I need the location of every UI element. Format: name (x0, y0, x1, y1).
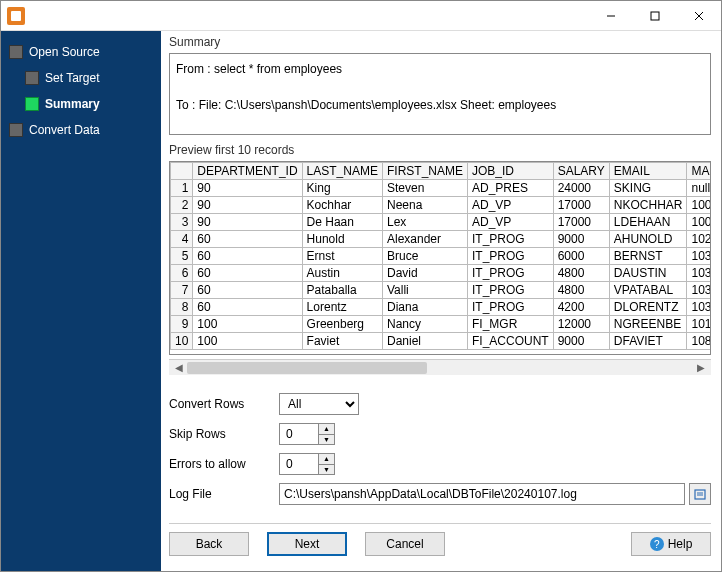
cell[interactable]: Pataballa (302, 282, 382, 299)
sidebar-item-summary[interactable]: Summary (1, 91, 161, 117)
cell[interactable]: 103 (687, 282, 710, 299)
cell[interactable]: 100 (687, 214, 710, 231)
cell[interactable]: DFAVIET (609, 333, 687, 350)
cell[interactable]: 12000 (553, 316, 609, 333)
back-button[interactable]: Back (169, 532, 249, 556)
column-header[interactable]: DEPARTMENT_ID (193, 163, 302, 180)
horizontal-scrollbar[interactable]: ◀ ▶ (169, 359, 711, 375)
cell[interactable]: 90 (193, 180, 302, 197)
cell[interactable]: 90 (193, 214, 302, 231)
cell[interactable]: FI_ACCOUNT (467, 333, 553, 350)
close-button[interactable] (677, 2, 721, 30)
cell[interactable]: Greenberg (302, 316, 382, 333)
cell[interactable]: Lex (382, 214, 467, 231)
cell[interactable]: Alexander (382, 231, 467, 248)
cell[interactable]: Neena (382, 197, 467, 214)
errors-input[interactable] (284, 455, 314, 473)
errors-spinner[interactable]: ▲▼ (279, 453, 335, 475)
cell[interactable]: 108 (687, 333, 710, 350)
cell[interactable]: Nancy (382, 316, 467, 333)
cell[interactable]: 17000 (553, 197, 609, 214)
column-header[interactable]: EMAIL (609, 163, 687, 180)
cell[interactable]: Bruce (382, 248, 467, 265)
cell[interactable]: 4200 (553, 299, 609, 316)
spin-up-icon[interactable]: ▲ (319, 424, 334, 435)
logfile-input[interactable] (279, 483, 685, 505)
cell[interactable]: Austin (302, 265, 382, 282)
cell[interactable]: 17000 (553, 214, 609, 231)
scroll-left-icon[interactable]: ◀ (175, 362, 183, 373)
column-header[interactable]: SALARY (553, 163, 609, 180)
cell[interactable]: IT_PROG (467, 248, 553, 265)
cell[interactable]: VPATABAL (609, 282, 687, 299)
cell[interactable]: King (302, 180, 382, 197)
cell[interactable]: 24000 (553, 180, 609, 197)
cell[interactable]: 103 (687, 265, 710, 282)
cell[interactable]: FI_MGR (467, 316, 553, 333)
column-header[interactable]: JOB_ID (467, 163, 553, 180)
cell[interactable]: NKOCHHAR (609, 197, 687, 214)
cell[interactable]: DAUSTIN (609, 265, 687, 282)
cell[interactable]: David (382, 265, 467, 282)
cell[interactable]: Valli (382, 282, 467, 299)
convert-rows-select[interactable]: All (279, 393, 359, 415)
browse-logfile-button[interactable] (689, 483, 711, 505)
cell[interactable]: 4800 (553, 265, 609, 282)
cell[interactable]: De Haan (302, 214, 382, 231)
table-row[interactable]: 660AustinDavidIT_PROG4800DAUSTIN103 (171, 265, 711, 282)
cell[interactable]: SKING (609, 180, 687, 197)
cell[interactable]: AD_VP (467, 214, 553, 231)
cell[interactable]: 9000 (553, 333, 609, 350)
cell[interactable]: NGREENBE (609, 316, 687, 333)
cell[interactable]: Hunold (302, 231, 382, 248)
cell[interactable]: IT_PROG (467, 282, 553, 299)
scroll-right-icon[interactable]: ▶ (697, 362, 705, 373)
spin-down-icon[interactable]: ▼ (319, 435, 334, 445)
cell[interactable]: IT_PROG (467, 265, 553, 282)
cell[interactable]: null (687, 180, 710, 197)
cell[interactable]: 103 (687, 248, 710, 265)
cell[interactable]: 60 (193, 231, 302, 248)
cell[interactable]: Lorentz (302, 299, 382, 316)
cell[interactable]: 100 (687, 197, 710, 214)
minimize-button[interactable] (589, 2, 633, 30)
column-header[interactable]: MANAG (687, 163, 710, 180)
cell[interactable]: 90 (193, 197, 302, 214)
cell[interactable]: 103 (687, 299, 710, 316)
cell[interactable]: IT_PROG (467, 299, 553, 316)
cell[interactable]: AD_VP (467, 197, 553, 214)
cell[interactable]: 100 (193, 316, 302, 333)
sidebar-item-convert-data[interactable]: Convert Data (1, 117, 161, 143)
help-button[interactable]: ? Help (631, 532, 711, 556)
cell[interactable]: 102 (687, 231, 710, 248)
cell[interactable]: Ernst (302, 248, 382, 265)
cell[interactable]: 60 (193, 299, 302, 316)
cell[interactable]: AD_PRES (467, 180, 553, 197)
cell[interactable]: 100 (193, 333, 302, 350)
table-row[interactable]: 10100FavietDanielFI_ACCOUNT9000DFAVIET10… (171, 333, 711, 350)
cell[interactable]: 60 (193, 248, 302, 265)
table-row[interactable]: 190KingStevenAD_PRES24000SKINGnull (171, 180, 711, 197)
cell[interactable]: Steven (382, 180, 467, 197)
table-row[interactable]: 860LorentzDianaIT_PROG4200DLORENTZ103 (171, 299, 711, 316)
cell[interactable]: 9000 (553, 231, 609, 248)
cell[interactable]: Daniel (382, 333, 467, 350)
sidebar-item-open-source[interactable]: Open Source (1, 39, 161, 65)
cell[interactable]: Diana (382, 299, 467, 316)
maximize-button[interactable] (633, 2, 677, 30)
table-row[interactable]: 9100GreenbergNancyFI_MGR12000NGREENBE101 (171, 316, 711, 333)
cell[interactable]: 60 (193, 282, 302, 299)
spin-down-icon[interactable]: ▼ (319, 465, 334, 475)
skip-rows-input[interactable] (284, 425, 314, 443)
cell[interactable]: 6000 (553, 248, 609, 265)
table-row[interactable]: 760PataballaValliIT_PROG4800VPATABAL103 (171, 282, 711, 299)
cell[interactable]: Faviet (302, 333, 382, 350)
cell[interactable]: BERNST (609, 248, 687, 265)
spin-up-icon[interactable]: ▲ (319, 454, 334, 465)
next-button[interactable]: Next (267, 532, 347, 556)
table-row[interactable]: 290KochharNeenaAD_VP17000NKOCHHAR100 (171, 197, 711, 214)
cell[interactable]: 101 (687, 316, 710, 333)
table-row[interactable]: 460HunoldAlexanderIT_PROG9000AHUNOLD102 (171, 231, 711, 248)
cell[interactable]: AHUNOLD (609, 231, 687, 248)
column-header[interactable]: LAST_NAME (302, 163, 382, 180)
